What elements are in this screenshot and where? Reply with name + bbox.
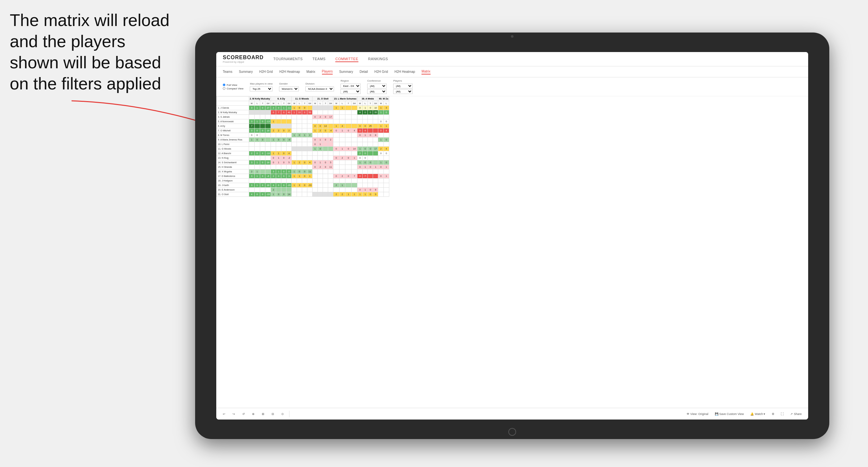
matrix-cell: 0 (254, 151, 260, 156)
matrix-cell: 0 (378, 119, 384, 124)
matrix-cell (281, 147, 286, 151)
matrix-cell (266, 156, 271, 160)
players-label: Players (393, 80, 413, 82)
players-sub-select[interactable]: (All) (393, 89, 413, 94)
matrix-cell (345, 160, 351, 165)
matrix-cell: 0 (254, 137, 260, 142)
fullscreen-button[interactable]: ⛶ (779, 412, 786, 416)
matrix-cell: -4 (328, 128, 333, 133)
target-button[interactable]: ⊙ (279, 412, 286, 416)
matrix-cell (333, 110, 340, 115)
matrix-cell (328, 133, 333, 137)
tab-summary[interactable]: Summary (239, 69, 253, 74)
tab-h2h-heatmap-2[interactable]: H2H Heatmap (395, 69, 415, 74)
tab-h2h-grid[interactable]: H2H Grid (259, 69, 273, 74)
table-row: 10. L Perini01 (217, 142, 389, 147)
tablet-home-button[interactable] (508, 428, 516, 436)
region-sub-select[interactable]: (All) (341, 89, 361, 94)
matrix-cell (313, 110, 318, 115)
settings-button[interactable]: ⚙ (770, 412, 776, 416)
tab-summary-2[interactable]: Summary (339, 69, 353, 74)
undo-button[interactable]: ↩ (221, 412, 227, 416)
matrix-cell (328, 110, 333, 115)
matrix-cell: 0 (363, 110, 368, 115)
col-dif-4: Dif (328, 101, 333, 106)
matrix-cell: 2 (378, 147, 384, 151)
matrix-cell: 2 (318, 165, 323, 169)
matrix-cell (313, 188, 318, 192)
view-original-button[interactable]: 👁 View: Original (685, 412, 710, 416)
matrix-cell (328, 151, 333, 156)
matrix-cell (276, 165, 281, 169)
matrix-cell: 0 (384, 119, 389, 124)
matrix-cell (373, 124, 378, 128)
share-button[interactable]: ↗ Share (788, 412, 804, 416)
tab-h2h-heatmap[interactable]: H2H Heatmap (279, 69, 300, 74)
matrix-cell (266, 165, 271, 169)
matrix-cell: 0 (358, 106, 363, 110)
tab-matrix[interactable]: Matrix (306, 69, 315, 74)
matrix-cell (260, 169, 266, 174)
gender-label: Gender (279, 82, 299, 85)
conference-select[interactable]: (All) (367, 84, 387, 89)
tab-matrix-2[interactable]: Matrix (422, 69, 430, 74)
expand-button[interactable]: ⊞ (260, 412, 266, 416)
collapse-button[interactable]: ⊟ (270, 412, 276, 416)
matrix-cell (254, 115, 260, 119)
matrix-cell: 4 (307, 160, 313, 165)
matrix-cell: -33 (307, 183, 313, 188)
matrix-cell (363, 169, 368, 174)
players-select[interactable]: (All) (393, 84, 413, 89)
matrix-cell (368, 115, 373, 119)
matrix-cell (323, 169, 328, 174)
matrix-cell: 1 (249, 137, 255, 142)
nav-teams[interactable]: TEAMS (313, 56, 326, 62)
tab-h2h-grid-2[interactable]: H2H Grid (374, 69, 388, 74)
max-players-label: Max players in view (250, 82, 273, 85)
matrix-cell: 0 (302, 160, 307, 165)
matrix-cell (368, 169, 373, 174)
player-name-cell: 14. S Srichantamit (217, 160, 249, 165)
division-select[interactable]: NCAA Division II (305, 87, 334, 91)
matrix-cell (307, 137, 313, 142)
matrix-cell (351, 124, 358, 128)
matrix-cell (286, 133, 292, 137)
tab-detail[interactable]: Detail (360, 69, 368, 74)
save-custom-view-button[interactable]: 💾 Save Custom View (713, 412, 746, 416)
add-button[interactable]: ⊕ (250, 412, 257, 416)
refresh-button[interactable]: ↺ (240, 412, 247, 416)
matrix-cell (254, 147, 260, 151)
nav-committee[interactable]: COMMITTEE (335, 56, 359, 62)
matrix-cell: 0 (260, 192, 266, 197)
tab-players[interactable]: Players (322, 69, 333, 74)
matrix-cell (266, 115, 271, 119)
matrix-cell: 2 (339, 174, 345, 179)
matrix-cell: 0 (281, 137, 286, 142)
matrix-cell (345, 110, 351, 115)
compact-view-radio[interactable]: Compact View (223, 87, 243, 90)
col-t-1: T (260, 101, 266, 106)
tab-teams[interactable]: Teams (223, 69, 232, 74)
matrix-area[interactable]: 2. M Kelly Mulcahy 6. A Dy 11. G Woods 2… (216, 96, 808, 415)
max-players-select[interactable]: Top 25 (250, 87, 273, 91)
full-view-radio[interactable]: Full View (223, 84, 243, 87)
matrix-cell: 0 (276, 137, 281, 142)
table-row: 12. A Bianchi200-1811042000 (217, 151, 389, 156)
matrix-cell (345, 179, 351, 183)
nav-tournaments[interactable]: TOURNAMENTS (274, 56, 303, 62)
nav-rankings[interactable]: RANKINGS (368, 56, 388, 62)
matrix-cell (281, 142, 286, 147)
matrix-cell (281, 119, 286, 124)
matrix-cell (271, 165, 276, 169)
matrix-cell (363, 115, 368, 119)
region-select[interactable]: East - DII (341, 84, 361, 89)
matrix-cell (363, 137, 368, 142)
watch-button[interactable]: 🔔 Watch ▾ (748, 412, 767, 416)
matrix-cell: 1 (373, 165, 378, 169)
division-filter: Division NCAA Division II (305, 82, 334, 91)
conference-sub-select[interactable]: (All) (367, 89, 387, 94)
matrix-cell: 0 (323, 160, 328, 165)
gender-select[interactable]: Women's (279, 87, 299, 91)
matrix-cell: 0 (260, 151, 266, 156)
redo-button[interactable]: ↪ (230, 412, 237, 416)
